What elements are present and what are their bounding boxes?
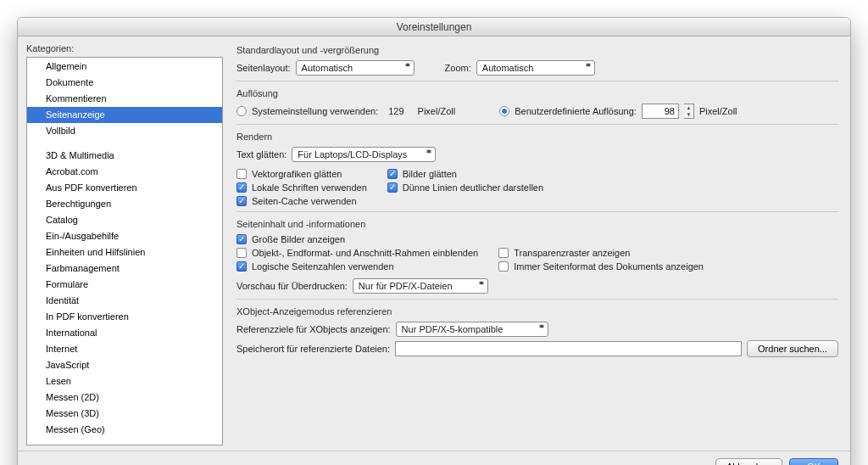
category-item[interactable]: Vollbild	[27, 123, 222, 139]
xobject-storage-label: Speicherort für referenzierte Dateien:	[236, 344, 390, 354]
thinlines-label: Dünne Linien deutlicher darstellen	[403, 182, 543, 193]
category-item[interactable]: Messen (2D)	[27, 389, 222, 406]
resolution-system-unit: Pixel/Zoll	[418, 106, 456, 116]
category-item[interactable]: Identität	[27, 293, 222, 309]
xobject-targets-label: Referenzziele für XObjects anzeigen:	[236, 324, 391, 334]
category-item[interactable]: Aus PDF konvertieren	[27, 180, 222, 196]
cancel-button[interactable]: Abbrechen	[715, 458, 782, 465]
overprint-select[interactable]: Nur für PDF/X-Dateien	[353, 278, 488, 294]
browse-folder-button[interactable]: Ordner suchen...	[747, 340, 838, 357]
textsmooth-label: Text glätten:	[236, 149, 287, 160]
vector-label: Vektorgrafiken glätten	[252, 169, 342, 179]
xobject-storage-input[interactable]	[395, 341, 742, 356]
bigimages-label: Große Bilder anzeigen	[252, 234, 345, 244]
images-checkbox[interactable]	[387, 169, 398, 179]
category-item[interactable]: Einheiten und Hilfslinien	[27, 244, 222, 261]
category-item[interactable]: Internet	[27, 341, 222, 357]
categories-label: Kategorien:	[26, 43, 223, 53]
preferences-window: Voreinstellungen Kategorien: AllgemeinDo…	[17, 17, 851, 465]
textsmooth-select[interactable]: Für Laptops/LCD-Displays	[292, 147, 436, 162]
category-item[interactable]: Kommentieren	[27, 91, 222, 107]
category-item[interactable]: Messen (Geo)	[27, 422, 222, 438]
category-item[interactable]: Lesen	[27, 373, 222, 389]
resolution-custom-unit: Pixel/Zoll	[699, 106, 737, 116]
pagecache-label: Seiten-Cache verwenden	[252, 196, 357, 206]
category-item[interactable]: Allgemein	[27, 59, 222, 75]
category-item[interactable]: Messen (3D)	[27, 406, 222, 422]
bigimages-checkbox[interactable]	[236, 234, 247, 244]
categories-list[interactable]: AllgemeinDokumenteKommentierenSeitenanze…	[26, 57, 223, 445]
section-xobject-title: XObject-Anzeigemodus referenzieren	[236, 306, 838, 317]
ok-button[interactable]: OK	[789, 458, 838, 465]
images-label: Bilder glätten	[403, 169, 457, 179]
resolution-system-value: 129	[388, 106, 403, 116]
transp-checkbox[interactable]	[498, 248, 509, 258]
transp-label: Transparenzraster anzeigen	[514, 248, 630, 258]
window-title: Voreinstellungen	[18, 18, 850, 36]
category-item[interactable]: JavaScript	[27, 357, 222, 373]
zoom-label: Zoom:	[445, 63, 471, 73]
xobject-targets-select[interactable]: Nur PDF/X-5-kompatible	[396, 322, 548, 337]
format-checkbox[interactable]	[498, 261, 509, 272]
category-item[interactable]: International	[27, 325, 222, 341]
thinlines-checkbox[interactable]	[387, 182, 398, 193]
sidebar: Kategorien: AllgemeinDokumenteKommentier…	[18, 36, 228, 451]
zoom-select[interactable]: Automatisch	[476, 60, 595, 76]
format-label: Immer Seitenformat des Dokuments anzeige…	[514, 261, 704, 272]
category-item[interactable]: Farbmanagement	[27, 261, 222, 277]
logical-checkbox[interactable]	[236, 261, 247, 272]
section-layout-title: Standardlayout und -vergrößerung	[236, 45, 838, 55]
category-item[interactable]: Berechtigungen	[27, 196, 222, 212]
boxes-checkbox[interactable]	[236, 248, 247, 258]
localfonts-checkbox[interactable]	[236, 182, 247, 193]
resolution-system-radio[interactable]	[236, 106, 247, 116]
category-item[interactable]: Ein-/Ausgabehilfe	[27, 228, 222, 244]
main-panel: Standardlayout und -vergrößerung Seitenl…	[228, 36, 850, 451]
resolution-system-label: Systemeinstellung verwenden:	[252, 106, 378, 116]
category-item[interactable]: In PDF konvertieren	[27, 309, 222, 325]
pagelayout-label: Seitenlayout:	[236, 63, 291, 73]
resolution-custom-radio[interactable]	[499, 106, 509, 116]
resolution-custom-input[interactable]	[642, 104, 679, 119]
resolution-stepper[interactable]: ▲▼	[684, 104, 694, 119]
category-item[interactable]: Acrobat.com	[27, 164, 222, 180]
category-item[interactable]: 3D & Multimedia	[27, 148, 222, 164]
pagelayout-select[interactable]: Automatisch	[296, 60, 415, 76]
logical-label: Logische Seitenzahlen verwenden	[252, 261, 394, 272]
section-render-title: Rendern	[236, 132, 838, 142]
section-pagecontent-title: Seiteninhalt und -informationen	[236, 219, 838, 229]
pagecache-checkbox[interactable]	[236, 196, 247, 206]
vector-checkbox[interactable]	[236, 169, 247, 179]
boxes-label: Objekt-, Endformat- und Anschnitt-Rahmen…	[252, 248, 478, 258]
category-item[interactable]: Formulare	[27, 277, 222, 293]
overprint-label: Vorschau für Überdrucken:	[236, 281, 348, 291]
localfonts-label: Lokale Schriften verwenden	[252, 182, 367, 193]
category-item[interactable]: Dokumente	[27, 75, 222, 91]
category-item[interactable]: Catalog	[27, 212, 222, 228]
resolution-custom-label: Benutzerdefinierte Auflösung:	[515, 106, 637, 116]
section-resolution-title: Auflösung	[236, 88, 838, 98]
category-item[interactable]: Seitenanzeige	[27, 107, 222, 123]
dialog-footer: Abbrechen OK	[18, 451, 850, 465]
